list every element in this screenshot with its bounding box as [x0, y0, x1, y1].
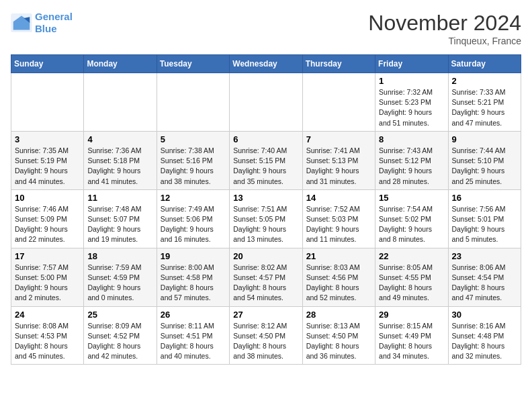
day-info: Sunrise: 7:40 AM Sunset: 5:15 PM Dayligh… [233, 146, 298, 187]
day-info: Sunrise: 7:44 AM Sunset: 5:10 PM Dayligh… [452, 146, 517, 187]
day-number: 16 [452, 193, 517, 203]
day-cell: 21Sunrise: 8:03 AM Sunset: 4:56 PM Dayli… [302, 248, 375, 306]
day-info: Sunrise: 7:33 AM Sunset: 5:21 PM Dayligh… [452, 87, 517, 128]
day-cell: 5Sunrise: 7:38 AM Sunset: 5:16 PM Daylig… [157, 131, 229, 189]
day-info: Sunrise: 7:46 AM Sunset: 5:09 PM Dayligh… [15, 204, 80, 245]
day-info: Sunrise: 8:13 AM Sunset: 4:50 PM Dayligh… [306, 321, 371, 362]
day-cell: 13Sunrise: 7:51 AM Sunset: 5:05 PM Dayli… [230, 189, 302, 248]
day-cell: 8Sunrise: 7:43 AM Sunset: 5:12 PM Daylig… [375, 131, 448, 189]
day-number: 11 [87, 193, 152, 203]
day-info: Sunrise: 7:54 AM Sunset: 5:02 PM Dayligh… [379, 204, 444, 245]
day-info: Sunrise: 7:56 AM Sunset: 5:01 PM Dayligh… [452, 204, 517, 245]
day-cell: 17Sunrise: 7:57 AM Sunset: 5:00 PM Dayli… [11, 248, 84, 306]
day-cell: 22Sunrise: 8:05 AM Sunset: 4:55 PM Dayli… [375, 248, 448, 306]
day-number: 14 [306, 193, 371, 203]
day-cell: 6Sunrise: 7:40 AM Sunset: 5:15 PM Daylig… [230, 131, 302, 189]
day-cell [230, 73, 302, 132]
day-number: 25 [87, 310, 152, 320]
location: Tinqueux, France [368, 36, 521, 46]
day-cell: 24Sunrise: 8:08 AM Sunset: 4:53 PM Dayli… [11, 306, 84, 365]
day-info: Sunrise: 8:09 AM Sunset: 4:52 PM Dayligh… [87, 321, 152, 362]
day-cell: 4Sunrise: 7:36 AM Sunset: 5:18 PM Daylig… [84, 131, 157, 189]
day-number: 1 [379, 76, 444, 86]
day-number: 22 [379, 251, 444, 261]
day-number: 20 [233, 251, 298, 261]
day-number: 4 [87, 134, 152, 144]
day-info: Sunrise: 8:11 AM Sunset: 4:51 PM Dayligh… [161, 321, 226, 362]
day-info: Sunrise: 8:00 AM Sunset: 4:58 PM Dayligh… [161, 263, 226, 304]
page-header: General Blue November 2024 Tinqueux, Fra… [11, 11, 521, 46]
month-title: November 2024 [368, 11, 521, 36]
day-number: 15 [379, 193, 444, 203]
day-number: 18 [87, 251, 152, 261]
weekday-header-row: SundayMondayTuesdayWednesdayThursdayFrid… [11, 55, 521, 73]
day-info: Sunrise: 8:05 AM Sunset: 4:55 PM Dayligh… [379, 263, 444, 304]
week-row-3: 10Sunrise: 7:46 AM Sunset: 5:09 PM Dayli… [11, 189, 521, 248]
week-row-4: 17Sunrise: 7:57 AM Sunset: 5:00 PM Dayli… [11, 248, 521, 306]
day-cell [302, 73, 375, 132]
day-number: 7 [306, 134, 371, 144]
day-info: Sunrise: 7:57 AM Sunset: 5:00 PM Dayligh… [15, 263, 80, 304]
logo-text: General Blue [35, 11, 73, 35]
day-info: Sunrise: 7:49 AM Sunset: 5:06 PM Dayligh… [161, 204, 226, 245]
day-number: 2 [452, 76, 517, 86]
day-number: 28 [306, 310, 371, 320]
day-info: Sunrise: 7:43 AM Sunset: 5:12 PM Dayligh… [379, 146, 444, 187]
day-number: 8 [379, 134, 444, 144]
day-number: 26 [161, 310, 226, 320]
day-info: Sunrise: 8:15 AM Sunset: 4:49 PM Dayligh… [379, 321, 444, 362]
day-cell: 7Sunrise: 7:41 AM Sunset: 5:13 PM Daylig… [302, 131, 375, 189]
day-info: Sunrise: 7:59 AM Sunset: 4:59 PM Dayligh… [87, 263, 152, 304]
day-cell: 29Sunrise: 8:15 AM Sunset: 4:49 PM Dayli… [375, 306, 448, 365]
day-cell: 26Sunrise: 8:11 AM Sunset: 4:51 PM Dayli… [157, 306, 229, 365]
calendar-table: SundayMondayTuesdayWednesdayThursdayFrid… [11, 54, 521, 365]
weekday-header-tuesday: Tuesday [157, 55, 229, 73]
day-number: 30 [452, 310, 517, 320]
day-info: Sunrise: 7:41 AM Sunset: 5:13 PM Dayligh… [306, 146, 371, 187]
weekday-header-sunday: Sunday [11, 55, 84, 73]
day-cell [157, 73, 229, 132]
day-cell: 19Sunrise: 8:00 AM Sunset: 4:58 PM Dayli… [157, 248, 229, 306]
weekday-header-friday: Friday [375, 55, 448, 73]
title-block: November 2024 Tinqueux, France [368, 11, 521, 46]
day-number: 24 [15, 310, 80, 320]
logo-icon [11, 13, 32, 32]
weekday-header-monday: Monday [84, 55, 157, 73]
day-info: Sunrise: 7:48 AM Sunset: 5:07 PM Dayligh… [87, 204, 152, 245]
day-cell: 3Sunrise: 7:35 AM Sunset: 5:19 PM Daylig… [11, 131, 84, 189]
day-number: 10 [15, 193, 80, 203]
day-info: Sunrise: 7:32 AM Sunset: 5:23 PM Dayligh… [379, 87, 444, 128]
day-number: 21 [306, 251, 371, 261]
day-cell: 10Sunrise: 7:46 AM Sunset: 5:09 PM Dayli… [11, 189, 84, 248]
day-info: Sunrise: 8:16 AM Sunset: 4:48 PM Dayligh… [452, 321, 517, 362]
day-cell: 11Sunrise: 7:48 AM Sunset: 5:07 PM Dayli… [84, 189, 157, 248]
day-cell: 1Sunrise: 7:32 AM Sunset: 5:23 PM Daylig… [375, 73, 448, 132]
day-info: Sunrise: 7:35 AM Sunset: 5:19 PM Dayligh… [15, 146, 80, 187]
day-info: Sunrise: 8:08 AM Sunset: 4:53 PM Dayligh… [15, 321, 80, 362]
day-cell [11, 73, 84, 132]
day-number: 27 [233, 310, 298, 320]
week-row-2: 3Sunrise: 7:35 AM Sunset: 5:19 PM Daylig… [11, 131, 521, 189]
day-info: Sunrise: 7:38 AM Sunset: 5:16 PM Dayligh… [161, 146, 226, 187]
day-cell: 30Sunrise: 8:16 AM Sunset: 4:48 PM Dayli… [448, 306, 521, 365]
day-number: 6 [233, 134, 298, 144]
day-info: Sunrise: 7:52 AM Sunset: 5:03 PM Dayligh… [306, 204, 371, 245]
day-number: 9 [452, 134, 517, 144]
day-info: Sunrise: 7:51 AM Sunset: 5:05 PM Dayligh… [233, 204, 298, 245]
day-cell: 9Sunrise: 7:44 AM Sunset: 5:10 PM Daylig… [448, 131, 521, 189]
logo: General Blue [11, 11, 73, 35]
day-info: Sunrise: 7:36 AM Sunset: 5:18 PM Dayligh… [87, 146, 152, 187]
weekday-header-thursday: Thursday [302, 55, 375, 73]
day-number: 13 [233, 193, 298, 203]
day-cell: 28Sunrise: 8:13 AM Sunset: 4:50 PM Dayli… [302, 306, 375, 365]
day-cell: 15Sunrise: 7:54 AM Sunset: 5:02 PM Dayli… [375, 189, 448, 248]
day-info: Sunrise: 8:06 AM Sunset: 4:54 PM Dayligh… [452, 263, 517, 304]
day-info: Sunrise: 8:02 AM Sunset: 4:57 PM Dayligh… [233, 263, 298, 304]
day-cell: 12Sunrise: 7:49 AM Sunset: 5:06 PM Dayli… [157, 189, 229, 248]
day-number: 5 [161, 134, 226, 144]
day-number: 17 [15, 251, 80, 261]
week-row-5: 24Sunrise: 8:08 AM Sunset: 4:53 PM Dayli… [11, 306, 521, 365]
day-cell: 2Sunrise: 7:33 AM Sunset: 5:21 PM Daylig… [448, 73, 521, 132]
weekday-header-saturday: Saturday [448, 55, 521, 73]
week-row-1: 1Sunrise: 7:32 AM Sunset: 5:23 PM Daylig… [11, 73, 521, 132]
